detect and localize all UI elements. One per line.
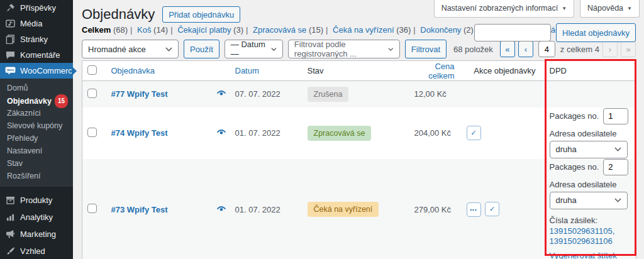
sidebar-item-comments[interactable]: Komentáře: [0, 47, 73, 63]
column-header-total[interactable]: Cena celkem: [409, 61, 460, 81]
order-row-73: #73 Wpify Test 01. 07. 2022 Čeká na vyří…: [82, 159, 636, 259]
total-pages-text: z celkem 4: [560, 45, 599, 54]
chevron-down-icon: [614, 147, 621, 152]
order-link[interactable]: #77 Wpify Test: [111, 89, 168, 99]
chevron-down-icon: [271, 47, 277, 52]
complete-order-button[interactable]: ✓: [467, 126, 481, 140]
dpd-cell: Packages no. Adresa odesilatele druha: [545, 107, 636, 159]
prev-page-button[interactable]: ‹: [518, 41, 533, 57]
add-order-button[interactable]: Přidat objednávku: [162, 6, 240, 23]
next-page-button[interactable]: ›: [602, 41, 618, 57]
status-badge: Zrušena: [308, 87, 349, 102]
screen-options-button[interactable]: Nastavení zobrazených informací ▼: [434, 0, 574, 18]
packages-input[interactable]: [603, 108, 628, 124]
row-checkbox[interactable]: [87, 204, 97, 213]
filter-button[interactable]: Filtrovat: [405, 40, 447, 58]
generate-label-link[interactable]: Vygenerovat štítek: [550, 251, 617, 259]
marketing-icon: [5, 229, 16, 239]
sender-address-select[interactable]: druha: [550, 192, 628, 209]
preview-eye-icon[interactable]: [216, 128, 226, 138]
status-badge: Zpracovává se: [308, 126, 372, 141]
sidebar-item-woocommerce[interactable]: woo WooCommerce: [0, 63, 73, 79]
packages-input[interactable]: [603, 159, 628, 175]
order-row-74: #74 Wpify Test 01. 07. 2022 Zpracovává s…: [82, 107, 636, 159]
registered-customer-select[interactable]: Filtrovat podle registrovaných ...: [288, 40, 400, 58]
order-total: 279,00 Kč: [409, 159, 460, 259]
filter-link-processing[interactable]: Zpracovává se: [253, 25, 306, 35]
sidebar-item-label: Vzhled: [20, 246, 45, 256]
submenu-item-orders[interactable]: Objednávky15: [0, 94, 73, 107]
filter-link-all[interactable]: Celkem: [82, 25, 111, 35]
submenu-item-reports[interactable]: Přehledy: [0, 132, 73, 145]
bulk-actions-select[interactable]: Hromadné akce: [82, 40, 179, 58]
sidebar-item-appearance[interactable]: Vzhled: [0, 243, 73, 259]
submenu-item-customers[interactable]: Zákazníci: [0, 107, 73, 119]
preview-eye-icon[interactable]: [216, 89, 226, 99]
sidebar-item-label: Komentáře: [20, 50, 60, 60]
preview-eye-icon[interactable]: [216, 205, 226, 214]
submenu-item-status[interactable]: Stav: [0, 157, 73, 170]
sidebar-item-media[interactable]: Média: [0, 16, 73, 31]
svg-text:woo: woo: [6, 68, 14, 72]
sidebar-item-label: Produkty: [20, 196, 52, 205]
select-all-checkbox[interactable]: [87, 65, 97, 75]
pin-icon: [5, 3, 16, 13]
analytics-icon: [5, 212, 16, 222]
column-header-order[interactable]: Objednávka: [106, 61, 211, 81]
sidebar-item-marketing[interactable]: Marketing: [0, 226, 73, 243]
last-page-button[interactable]: »: [621, 41, 636, 57]
search-orders-input[interactable]: [474, 24, 551, 41]
sidebar-item-posts[interactable]: Příspěvky: [0, 0, 73, 16]
row-checkbox[interactable]: [87, 89, 97, 98]
admin-sidebar: Příspěvky Média Stránky Komentáře woo Wo…: [0, 0, 73, 259]
apply-button[interactable]: Použít: [184, 40, 219, 58]
pagination: 68 položek « ‹ z celkem 4 › »: [453, 41, 636, 57]
shipment-number-link[interactable]: 13915029631105: [550, 226, 613, 236]
order-date: 07. 07. 2022: [230, 81, 303, 107]
order-total: 12,00 Kč: [409, 81, 460, 107]
sidebar-item-label: Analytiky: [20, 212, 53, 222]
chevron-down-icon: [388, 47, 393, 52]
complete-order-button[interactable]: ✓: [485, 202, 499, 216]
filter-link-trash[interactable]: Koš: [137, 25, 151, 35]
media-icon: [5, 19, 16, 28]
sidebar-item-analytics[interactable]: Analytiky: [0, 209, 73, 226]
shipment-number-link[interactable]: 13915029631106: [550, 236, 613, 246]
filter-link-completed[interactable]: Dokončeny: [420, 25, 461, 35]
submenu-item-coupons[interactable]: Slevové kupóny: [0, 119, 73, 132]
orders-table: Objednávka Datum Stav Cena celkem Akce o…: [82, 60, 636, 259]
woocommerce-orders-page: Příspěvky Média Stránky Komentáře woo Wo…: [0, 0, 644, 259]
chevron-down-icon: [614, 198, 621, 202]
submenu-item-home[interactable]: Domů: [0, 82, 73, 94]
order-link[interactable]: #73 Wpify Test: [111, 205, 168, 214]
admin-content: Nastavení zobrazených informací ▼ Nápově…: [73, 0, 644, 259]
first-page-button[interactable]: «: [500, 41, 515, 57]
sidebar-item-label: WooCommerce: [20, 66, 77, 75]
date-filter-select[interactable]: — Datum —: [225, 40, 283, 58]
help-button[interactable]: Nápověda ▼: [580, 0, 640, 18]
order-date: 01. 07. 2022: [230, 107, 303, 159]
sender-address-select[interactable]: druha: [550, 141, 628, 158]
order-row-77: #77 Wpify Test 07. 07. 2022 Zrušena 12,0…: [82, 81, 636, 107]
orders-count-badge: 15: [55, 94, 68, 108]
caret-down-icon: ▼: [562, 6, 567, 11]
submenu-item-settings[interactable]: Nastavení: [0, 145, 73, 157]
column-header-date[interactable]: Datum: [230, 61, 303, 81]
submenu-item-extensions[interactable]: Rozšíření: [0, 170, 73, 182]
filter-link-pending[interactable]: Čekající platby: [177, 25, 231, 35]
more-actions-button[interactable]: •••: [467, 202, 481, 217]
filter-link-onhold[interactable]: Čeká na vyřízení: [333, 25, 394, 35]
sidebar-item-pages[interactable]: Stránky: [0, 31, 73, 47]
sidebar-item-label: Stránky: [20, 35, 48, 44]
search-orders-button[interactable]: Hledat objednávky: [556, 23, 636, 42]
dpd-cell: Packages no. Adresa odesilatele druha Čí…: [545, 159, 636, 259]
sidebar-item-products[interactable]: Produkty: [0, 192, 73, 209]
table-header-row: Objednávka Datum Stav Cena celkem Akce o…: [82, 61, 636, 81]
order-date: 01. 07. 2022: [230, 159, 303, 259]
order-link[interactable]: #74 Wpify Test: [111, 128, 168, 138]
packages-label: Packages no.: [550, 162, 599, 172]
search-box: Hledat objednávky: [474, 23, 636, 42]
current-page-input[interactable]: [538, 41, 555, 57]
row-checkbox[interactable]: [87, 128, 97, 137]
sidebar-item-label: Příspěvky: [20, 3, 56, 13]
